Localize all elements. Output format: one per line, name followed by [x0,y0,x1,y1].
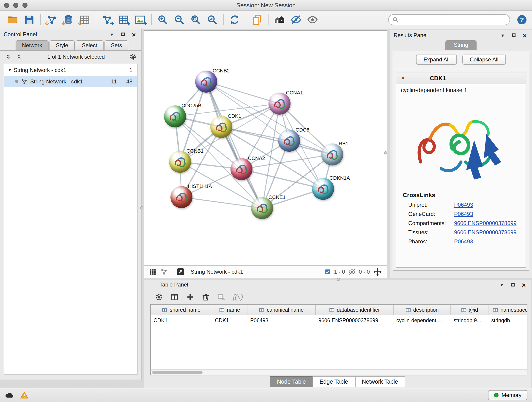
collapse-all-button[interactable]: Collapse All [462,55,506,65]
show-columns-button[interactable] [171,293,179,301]
table-panel-menu-button[interactable]: ▾ [498,281,505,288]
eye-slash-button[interactable] [288,12,304,27]
pan-mode-button[interactable] [373,267,382,276]
network-edge[interactable] [221,127,332,154]
network-node-CDC25B[interactable] [164,105,186,128]
table-panel-float-button[interactable] [509,281,516,288]
homes-button[interactable] [271,12,288,27]
import-table-button[interactable] [76,12,93,27]
network-node-CCNA1[interactable] [268,93,291,115]
network-node-CCNB1[interactable] [169,151,191,173]
splitter-handle[interactable] [384,151,387,154]
table-cell[interactable]: cyclin-dependent ... [394,315,451,325]
column-header-name[interactable]: name [212,305,247,315]
tab-style[interactable]: Style [50,40,75,51]
zoom-fit-button[interactable] [187,12,204,27]
results-panel-float-button[interactable] [510,32,517,39]
expand-all-button[interactable]: Expand All [416,55,457,65]
network-node-CDKN1A[interactable] [312,178,334,200]
zoom-in-button[interactable] [154,12,171,27]
crosslink-value-link[interactable]: P06493 [454,202,473,208]
table-cell[interactable]: stringdb:9... [451,315,488,325]
network-node-CCNE1[interactable] [251,197,273,219]
table-cell[interactable]: CDK1 [151,315,212,325]
crosslink-value-link[interactable]: 9606.ENSP00000378699 [454,229,516,236]
column-header-description[interactable]: description [394,305,451,315]
tab-sets[interactable]: Sets [104,40,128,51]
disclosure-triangle-icon[interactable]: ▾ [402,76,404,81]
new-column-button[interactable] [186,293,194,301]
collapse-all-button[interactable] [5,53,12,61]
network-collection-row[interactable]: ▾ String Network - cdk1 1 [4,64,137,76]
search-input[interactable] [401,16,506,23]
control-panel-close-button[interactable]: × [130,31,138,38]
import-network-db-button[interactable] [60,12,76,27]
copy-document-button[interactable] [249,12,265,27]
zoom-window-button[interactable] [22,2,27,7]
splitter-handle[interactable] [337,278,340,281]
crosslink-value-link[interactable]: 9606.ENSP00000378699 [454,220,516,226]
refresh-button[interactable] [226,12,243,27]
delete-table-button[interactable] [217,293,225,301]
close-window-button[interactable] [4,2,9,7]
network-node-CDC6[interactable] [278,130,300,152]
column-header-database-identifier[interactable]: database identifier [316,305,394,315]
save-session-button[interactable] [21,12,38,27]
tab-edge-table[interactable]: Edge Table [313,376,355,387]
horizontal-scrollbar[interactable] [151,370,527,375]
splitter-handle[interactable] [140,206,143,210]
crosslink-value-link[interactable]: P06493 [454,211,473,217]
function-builder-label[interactable]: f(x) [233,293,243,301]
memory-button[interactable]: Memory [488,390,527,400]
new-network-button[interactable] [99,12,115,27]
results-panel-menu-button[interactable]: ▾ [499,32,506,39]
detach-view-button[interactable] [177,268,185,276]
crosslink-value-link[interactable]: P06493 [454,238,473,245]
export-image-button[interactable] [132,12,148,27]
tab-string[interactable]: String [446,40,476,50]
control-panel-float-button[interactable] [119,31,127,38]
tab-select[interactable]: Select [75,40,104,51]
grid-view-button[interactable] [149,268,156,275]
network-view-button[interactable] [160,268,168,275]
import-network-file-button[interactable] [44,12,60,27]
open-session-button[interactable] [5,12,21,27]
control-panel-menu-button[interactable]: ▾ [108,31,115,38]
network-canvas[interactable]: CCNB2CCNA1CDC25BCDK1CDC6RB1CCNB1CCNA2CDK… [144,31,387,265]
network-options-button[interactable] [129,53,137,61]
network-node-CDK1[interactable] [210,116,232,138]
minimize-window-button[interactable] [13,2,18,7]
warnings-button[interactable] [20,391,28,399]
delete-columns-button[interactable] [202,293,210,301]
help-button[interactable] [516,14,527,25]
column-header-namespace[interactable]: namespace [488,305,527,315]
table-panel-close-button[interactable]: × [520,281,527,288]
network-node-CCNB2[interactable] [195,70,217,93]
cloud-status-button[interactable] [5,390,14,400]
table-cell[interactable]: stringdb [488,315,527,325]
tab-node-table[interactable]: Node Table [270,376,313,387]
table-row[interactable]: CDK1CDK1P064939606.ENSP00000378699cyclin… [151,315,527,325]
table-cell[interactable]: CDK1 [212,315,247,325]
eye-button[interactable] [304,12,321,27]
zoom-out-button[interactable] [171,12,187,27]
column-header--id[interactable]: @id [451,305,488,315]
network-edge[interactable] [206,82,262,208]
network-node-HIST1H1A[interactable] [171,186,192,208]
network-edge[interactable] [181,197,262,208]
table-options-button[interactable] [155,293,163,301]
tab-network[interactable]: Network [16,40,49,51]
scrollbar-thumb[interactable] [152,371,203,374]
new-table-button[interactable] [115,12,132,27]
zoom-selected-button[interactable] [204,12,220,27]
results-panel-close-button[interactable]: × [521,32,528,39]
network-node-RB1[interactable] [321,143,343,166]
disclosure-triangle-icon[interactable]: ▾ [9,67,11,72]
network-node-CCNA2[interactable] [230,158,253,180]
tab-network-table[interactable]: Network Table [355,376,405,387]
network-row[interactable]: String Network - cdk1 11 48 [4,76,137,87]
column-header-shared-name[interactable]: shared name [151,305,212,315]
table-cell[interactable]: P06493 [247,315,316,325]
expand-all-button[interactable] [16,53,23,61]
column-header-canonical-name[interactable]: canonical name [247,305,316,315]
